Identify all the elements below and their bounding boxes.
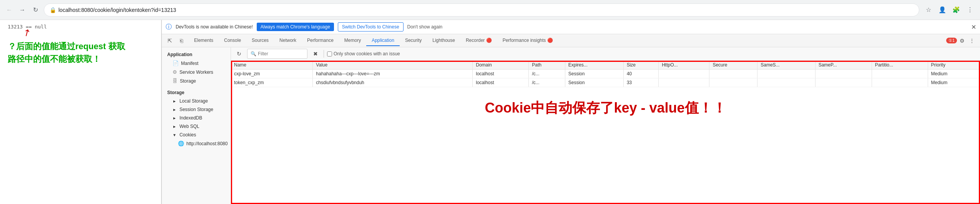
device-icon[interactable]: ⎗ xyxy=(176,36,186,46)
tab-console[interactable]: Console xyxy=(219,35,246,46)
table-cell: 40 xyxy=(623,70,658,78)
table-cell xyxy=(815,78,872,87)
sidebar-item-indexeddb-label: IndexedDB xyxy=(179,115,202,121)
col-secure: Secure xyxy=(709,61,757,70)
sidebar-item-cookies-label: Cookies xyxy=(179,132,196,138)
match-language-button[interactable]: Always match Chrome's language xyxy=(257,23,334,31)
extension-icon[interactable]: 🧩 xyxy=(950,4,962,16)
tab-performance-insights[interactable]: Performance insights 🔴 xyxy=(497,35,558,46)
page-comment-1: ？后面的值能通过request 获取 xyxy=(8,40,153,53)
tab-performance[interactable]: Performance xyxy=(302,35,339,46)
clear-filter-button[interactable]: ✖ xyxy=(311,49,321,59)
col-domain: Domain xyxy=(473,61,529,70)
col-httpo: HttpO... xyxy=(659,61,709,70)
tab-elements[interactable]: Elements xyxy=(189,35,219,46)
cookie-table: Name Value Domain Path Expires... Size H… xyxy=(231,61,980,87)
settings-icon[interactable]: ⚙ xyxy=(957,36,967,46)
cookie-table-wrap: Name Value Domain Path Expires... Size H… xyxy=(231,61,980,204)
lock-icon: 🔒 xyxy=(50,7,56,13)
devtools-panel: ⓘ DevTools is now available in Chinese! … xyxy=(161,20,980,204)
storage-icon: 🗄 xyxy=(173,78,178,84)
table-cell xyxy=(815,70,872,78)
table-cell: localhost xyxy=(473,70,529,78)
sidebar-item-storage[interactable]: 🗄 Storage xyxy=(162,76,231,85)
devtools-sidebar: Application 📄 Manifest ⚙ Service Workers… xyxy=(162,47,231,204)
table-cell xyxy=(659,70,709,78)
sidebar-item-service-workers[interactable]: ⚙ Service Workers xyxy=(162,68,231,76)
col-value: Value xyxy=(313,61,473,70)
col-partitio: Partitio... xyxy=(872,61,928,70)
profile-icon[interactable]: 👤 xyxy=(936,4,948,16)
service-workers-icon: ⚙ xyxy=(173,69,177,75)
sidebar-item-websql[interactable]: ► Web SQL xyxy=(162,122,231,131)
table-cell: Medium xyxy=(928,78,980,87)
filter-input[interactable] xyxy=(258,51,304,56)
info-close-button[interactable]: ✕ xyxy=(971,23,976,31)
dont-show-text[interactable]: Don't show again xyxy=(407,24,443,30)
table-cell: Session xyxy=(565,70,623,78)
table-cell xyxy=(757,70,815,78)
table-cell xyxy=(872,78,928,87)
col-name: Name xyxy=(231,61,313,70)
more-tabs-icon[interactable]: ⋮ xyxy=(967,36,977,46)
page-comment-2: 路径中的值不能被获取！ xyxy=(8,53,153,65)
col-sames: SameS... xyxy=(757,61,815,70)
browser-chrome: ← → ↻ 🔒 ☆ 👤 🧩 ⋮ xyxy=(0,0,980,20)
only-show-text: Only show cookies with an issue xyxy=(334,51,400,56)
more-icon[interactable]: ⋮ xyxy=(964,4,976,16)
info-bar: ⓘ DevTools is now available in Chinese! … xyxy=(162,20,980,34)
main-area: 13213 == null ↗ ？后面的值能通过request 获取 路径中的值… xyxy=(0,20,980,204)
sidebar-item-storage-label: Storage xyxy=(180,78,196,84)
tab-application[interactable]: Application xyxy=(366,35,400,46)
sidebar-item-localhost[interactable]: 🌐 http://localhost:8080 xyxy=(162,139,231,148)
table-cell: token_cxp_zm xyxy=(231,78,313,87)
tab-lighthouse[interactable]: Lighthouse xyxy=(427,35,460,46)
table-cell: cxp-love_zm xyxy=(231,70,313,78)
table-row[interactable]: cxp-love_zmhahahahaha---cxp---love=---zm… xyxy=(231,70,980,78)
col-size: Size xyxy=(623,61,658,70)
table-cell: 33 xyxy=(623,78,658,87)
reload-button[interactable]: ↻ xyxy=(30,5,41,15)
sidebar-item-cookies[interactable]: ▼ Cookies xyxy=(162,131,231,139)
collapse-arrow-indexed: ► xyxy=(173,116,176,120)
address-bar[interactable]: 🔒 xyxy=(44,3,919,17)
refresh-cookies-button[interactable]: ↻ xyxy=(234,49,244,59)
tab-recorder[interactable]: Recorder 🔴 xyxy=(460,35,497,46)
cookie-toolbar: ↻ 🔍 ✖ Only show cookies with an issue xyxy=(231,47,980,61)
sidebar-section-storage: Storage xyxy=(162,88,231,97)
filter-icon: 🔍 xyxy=(251,51,256,56)
only-show-label[interactable]: Only show cookies with an issue xyxy=(327,51,400,56)
table-row[interactable]: token_cxp_zmchsdiufvbndsufyvbnduhlocalho… xyxy=(231,78,980,87)
table-cell: Session xyxy=(565,78,623,87)
sidebar-item-websql-label: Web SQL xyxy=(179,124,199,129)
error-badge: ①1 xyxy=(946,38,957,43)
nav-buttons: ← → ↻ xyxy=(4,5,41,15)
url-input[interactable] xyxy=(58,7,914,13)
table-cell: /c... xyxy=(529,78,565,87)
sidebar-item-manifest[interactable]: 📄 Manifest xyxy=(162,59,231,68)
tab-security[interactable]: Security xyxy=(400,35,427,46)
back-button[interactable]: ← xyxy=(4,5,15,15)
info-icon: ⓘ xyxy=(166,23,172,31)
switch-devtools-button[interactable]: Switch DevTools to Chinese xyxy=(338,22,404,32)
tab-icons: ⇱ ⎗ xyxy=(165,36,186,46)
tab-sources[interactable]: Sources xyxy=(246,35,274,46)
only-show-checkbox[interactable] xyxy=(327,51,332,56)
toolbar-icons: ☆ 👤 🧩 ⋮ xyxy=(922,4,976,16)
bookmark-icon[interactable]: ☆ xyxy=(922,4,935,16)
tab-memory[interactable]: Memory xyxy=(339,35,366,46)
sidebar-item-local-storage[interactable]: ► Local Storage xyxy=(162,97,231,105)
inspect-icon[interactable]: ⇱ xyxy=(165,36,175,46)
table-cell: Medium xyxy=(928,70,980,78)
sidebar-item-manifest-label: Manifest xyxy=(181,61,198,66)
sidebar-item-session-storage-label: Session Storage xyxy=(179,107,213,112)
forward-button[interactable]: → xyxy=(17,5,28,15)
info-text: DevTools is now available in Chinese! xyxy=(176,24,253,30)
sidebar-item-localhost-label: http://localhost:8080 xyxy=(186,141,228,146)
tab-network[interactable]: Network xyxy=(274,35,302,46)
sidebar-item-session-storage[interactable]: ► Session Storage xyxy=(162,105,231,114)
table-cell: chsdiufvbndsufyvbnduh xyxy=(313,78,473,87)
sidebar-item-local-storage-label: Local Storage xyxy=(179,98,208,104)
devtools-main: ↻ 🔍 ✖ Only show cookies with an issue xyxy=(231,47,980,204)
sidebar-item-indexeddb[interactable]: ► IndexedDB xyxy=(162,114,231,122)
